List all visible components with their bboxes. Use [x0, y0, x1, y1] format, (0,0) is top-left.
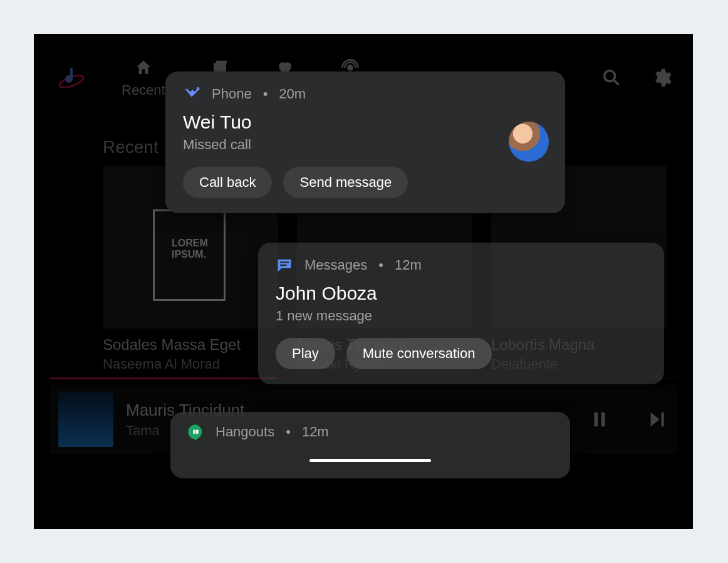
notification-time: 12m	[302, 424, 329, 440]
notification-header: Hangouts • 12m	[187, 423, 554, 441]
notification-messages[interactable]: Messages • 12m John Oboza 1 new message …	[258, 243, 664, 384]
stage: Recent Recent	[0, 0, 728, 563]
notification-subtitle: 1 new message	[276, 308, 647, 324]
device-screen: Recent Recent	[34, 34, 693, 529]
notification-time: 12m	[395, 257, 422, 273]
notification-time: 20m	[279, 86, 306, 102]
notification-hangouts[interactable]: Hangouts • 12m	[170, 412, 570, 478]
card-subtitle: Naseema Al Morad	[103, 356, 278, 372]
pause-icon[interactable]	[587, 407, 612, 432]
mute-conversation-button[interactable]: Mute conversation	[346, 338, 492, 369]
call-back-button[interactable]: Call back	[183, 167, 272, 198]
tab-recent[interactable]: Recent	[122, 57, 165, 98]
notification-actions: Call back Send message	[183, 167, 548, 198]
dot-separator: •	[286, 424, 291, 440]
home-icon	[133, 57, 154, 78]
notification-app-name: Hangouts	[216, 424, 274, 440]
artwork-label: LOREM IPSUM.	[172, 238, 208, 260]
notification-app-name: Phone	[212, 86, 252, 102]
avatar	[509, 122, 549, 162]
top-actions	[599, 65, 674, 90]
app-logo-icon	[53, 59, 90, 97]
notification-subtitle: Missed call	[183, 137, 548, 153]
notification-title: John Oboza	[276, 283, 647, 304]
svg-point-0	[58, 73, 85, 90]
notification-header: Messages • 12m	[276, 256, 647, 274]
dot-separator: •	[263, 86, 268, 102]
play-button[interactable]: Play	[276, 338, 335, 369]
grab-handle[interactable]	[309, 459, 431, 462]
now-playing-controls	[587, 407, 668, 432]
section-title: Recent	[103, 137, 159, 157]
tab-label: Recent	[122, 82, 165, 98]
notification-phone[interactable]: Phone • 20m Wei Tuo Missed call Call bac…	[165, 71, 565, 213]
card-title: Sodales Massa Eget	[103, 336, 278, 354]
svg-point-1	[348, 65, 353, 70]
dot-separator: •	[378, 257, 383, 273]
send-message-button[interactable]: Send message	[283, 167, 408, 198]
notification-actions: Play Mute conversation	[276, 338, 647, 369]
notification-header: Phone • 20m	[183, 85, 548, 103]
svg-point-2	[605, 71, 615, 82]
playback-progress-fill	[49, 377, 276, 379]
missed-call-icon	[183, 85, 200, 103]
gear-icon[interactable]	[649, 65, 674, 90]
skip-next-icon[interactable]	[643, 407, 668, 432]
messages-icon	[276, 256, 293, 274]
search-icon[interactable]	[599, 65, 624, 90]
notification-title: Wei Tuo	[183, 112, 548, 133]
now-playing-art	[58, 392, 113, 447]
hangouts-icon	[187, 423, 204, 441]
notification-app-name: Messages	[304, 257, 367, 273]
